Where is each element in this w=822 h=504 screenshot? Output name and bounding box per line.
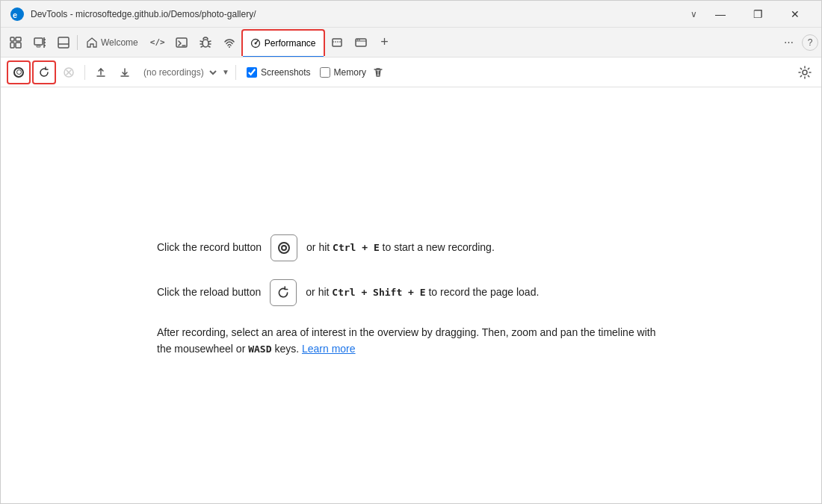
svg-rect-12: [58, 37, 69, 48]
recordings-dropdown-arrow[interactable]: ▼: [220, 66, 231, 78]
learn-more-link[interactable]: Learn more: [302, 343, 356, 355]
screenshots-checkbox-label[interactable]: Screenshots: [247, 67, 311, 78]
tab-performance[interactable]: Performance: [241, 29, 325, 56]
tab-drawer[interactable]: [52, 29, 75, 56]
tab-screencast[interactable]: [28, 29, 52, 56]
tab-layers[interactable]: [325, 29, 349, 56]
svg-rect-26: [333, 39, 342, 46]
record-instruction-text1: Click the record button: [157, 240, 262, 255]
reload-icon: [38, 66, 50, 78]
record-button-illustration: [271, 234, 297, 261]
svg-line-17: [200, 41, 203, 42]
svg-point-43: [803, 70, 807, 75]
performance-settings-button[interactable]: [794, 62, 815, 83]
stop-icon: [64, 67, 74, 78]
instructions-panel: Click the record button or hit Ctrl + E …: [157, 234, 665, 358]
recordings-select-container: (no recordings): [137, 65, 219, 80]
edge-logo: e: [10, 7, 25, 22]
minimize-button[interactable]: —: [703, 3, 738, 25]
toolbar-divider-1: [84, 65, 85, 80]
reload-instruction: Click the reload button or hit Ctrl + Sh…: [157, 279, 665, 306]
reload-instruction-text2: or hit Ctrl + Shift + E to record the pa…: [306, 284, 539, 300]
svg-point-25: [254, 42, 256, 44]
memory-checkbox-label[interactable]: Memory: [320, 67, 366, 78]
tab-network[interactable]: [217, 29, 241, 56]
upload-icon: [96, 67, 106, 78]
add-tab-button[interactable]: +: [373, 29, 397, 56]
svg-rect-5: [16, 43, 21, 48]
toolbar-divider-2: [235, 65, 236, 80]
svg-text:e: e: [13, 10, 17, 19]
svg-line-19: [201, 46, 203, 47]
upload-button[interactable]: [90, 61, 112, 84]
help-button[interactable]: ?: [802, 34, 818, 51]
devtools-end-icons: ⋯ ?: [776, 32, 818, 53]
memory-checkbox[interactable]: [320, 67, 330, 78]
more-tabs-button[interactable]: ⋯: [778, 32, 799, 53]
tab-application[interactable]: [349, 29, 373, 56]
svg-line-20: [208, 41, 211, 42]
reload-record-button[interactable]: [32, 60, 56, 84]
svg-rect-2: [10, 37, 14, 41]
close-button[interactable]: ✕: [778, 3, 812, 25]
svg-rect-4: [16, 37, 21, 41]
svg-point-23: [229, 46, 230, 48]
screenshots-label: Screenshots: [261, 67, 311, 78]
record-button[interactable]: [7, 60, 31, 84]
tab-welcome-label: Welcome: [101, 37, 138, 48]
record-instruction-text2: or hit Ctrl + E to start a new recording…: [306, 240, 495, 255]
devtools-tabs-bar: Welcome </>: [1, 28, 821, 57]
recordings-select[interactable]: (no recordings): [137, 65, 219, 80]
gear-icon: [798, 66, 812, 79]
title-bar: e DevTools - microsoftedge.github.io/Dem…: [1, 1, 821, 28]
after-recording-text: After recording, select an area of inter…: [157, 324, 665, 358]
svg-point-31: [359, 39, 360, 40]
tab-sources[interactable]: </>: [146, 29, 170, 56]
reload-instruction-text1: Click the reload button: [157, 284, 261, 300]
clear-recordings-button[interactable]: [368, 62, 389, 83]
record-icon: [13, 67, 24, 78]
svg-line-22: [208, 46, 210, 47]
tab-inspect[interactable]: [4, 29, 28, 56]
window-controls: — ❐ ✕: [703, 3, 812, 25]
screenshots-checkbox[interactable]: [247, 67, 257, 78]
reload-button-illustration: [270, 279, 297, 306]
recording-options: Screenshots Memory: [247, 67, 366, 78]
svg-rect-6: [34, 38, 43, 45]
record-instruction: Click the record button or hit Ctrl + E …: [157, 234, 665, 261]
stop-button[interactable]: [58, 61, 80, 84]
memory-label: Memory: [334, 67, 366, 78]
tab-performance-label: Performance: [265, 38, 316, 49]
main-content: Click the record button or hit Ctrl + E …: [1, 87, 821, 504]
tab-welcome[interactable]: Welcome: [79, 29, 146, 56]
performance-toolbar: (no recordings) ▼ Screenshots Memory: [1, 57, 821, 87]
svg-point-16: [203, 40, 208, 47]
svg-rect-7: [37, 46, 40, 47]
window-title: DevTools - microsoftedge.github.io/Demos…: [31, 9, 690, 19]
download-button[interactable]: [114, 61, 136, 84]
maximize-button[interactable]: ❐: [741, 3, 775, 25]
svg-rect-3: [10, 43, 14, 48]
svg-point-30: [356, 39, 358, 40]
trash-icon: [372, 66, 384, 78]
tab-console[interactable]: [170, 29, 194, 56]
download-icon: [120, 67, 130, 78]
tab-debugger[interactable]: [194, 29, 217, 56]
